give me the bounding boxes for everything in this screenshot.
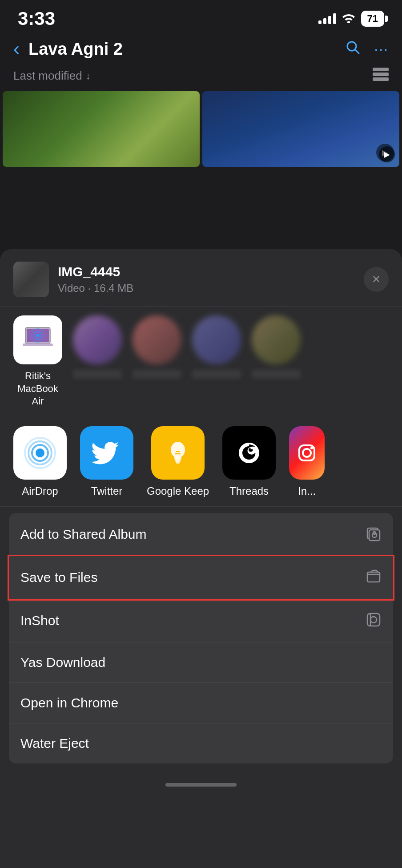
svg-rect-17	[174, 457, 181, 460]
sort-bar: Last modified ↓	[0, 64, 402, 91]
search-button[interactable]	[345, 39, 361, 59]
app-label-airdrop: AirDrop	[22, 485, 58, 497]
app-item-instagram[interactable]: In...	[289, 426, 325, 497]
app-label-keep: Google Keep	[147, 485, 209, 497]
file-meta: Video · 16.4 MB	[58, 282, 364, 295]
battery-indicator: 71	[361, 11, 384, 27]
more-button[interactable]: ···	[374, 41, 389, 57]
svg-point-31	[370, 617, 377, 623]
action-label-shared-album: Add to Shared Album	[20, 527, 147, 542]
app-item-airdrop[interactable]: AirDrop	[13, 426, 67, 497]
app-icon-twitter	[80, 426, 133, 480]
photo-item[interactable]	[3, 91, 200, 167]
action-list: Add to Shared Album Save to Files	[9, 507, 393, 770]
app-label-twitter: Twitter	[91, 485, 123, 497]
photo-grid: ▶	[0, 91, 402, 171]
action-inshot[interactable]: InShot	[9, 599, 393, 642]
status-time: 3:33	[18, 8, 55, 29]
close-button[interactable]: ✕	[364, 267, 389, 292]
status-icons: 71	[318, 11, 384, 27]
app-label-instagram: In...	[298, 485, 316, 497]
action-yas-download[interactable]: Yas Download	[9, 642, 393, 683]
svg-rect-8	[23, 343, 53, 346]
app-icon-threads	[222, 426, 276, 480]
svg-rect-19	[176, 462, 180, 464]
action-label-chrome: Open in Chrome	[20, 695, 118, 711]
macbook-avatar	[13, 315, 62, 364]
action-water-eject[interactable]: Water Eject	[9, 723, 393, 763]
svg-point-0	[347, 21, 350, 23]
contact-item-macbook[interactable]: Ritik'sMacBook Air	[13, 315, 62, 408]
blurred-avatar-2	[133, 315, 181, 364]
inshot-icon	[366, 612, 382, 630]
shared-album-icon	[366, 525, 382, 543]
svg-rect-18	[175, 460, 181, 462]
file-thumbnail	[13, 262, 49, 297]
app-item-google-keep[interactable]: Google Keep	[147, 426, 209, 497]
action-label-save-files: Save to Files	[20, 570, 97, 585]
signal-icon	[318, 13, 336, 24]
contact-item-2[interactable]	[133, 315, 181, 408]
app-icon-keep	[151, 426, 205, 480]
blurred-avatar-1	[73, 315, 122, 364]
svg-point-23	[303, 449, 311, 457]
svg-rect-3	[373, 68, 389, 71]
nav-bar: ‹ Lava Agni 2 ···	[0, 34, 402, 64]
app-item-threads[interactable]: Threads	[222, 426, 276, 497]
contact-item-1[interactable]	[73, 315, 122, 408]
app-icon-instagram	[289, 426, 325, 480]
back-button[interactable]: ‹	[13, 38, 20, 60]
file-name: IMG_4445	[58, 264, 364, 279]
action-label-water-eject: Water Eject	[20, 736, 89, 751]
svg-rect-29	[367, 572, 380, 582]
svg-line-2	[355, 49, 359, 53]
wifi-icon	[342, 12, 356, 26]
action-label-yas-download: Yas Download	[20, 655, 105, 670]
bottom-handle	[0, 779, 402, 791]
sort-control[interactable]: Last modified ↓	[13, 69, 91, 83]
contact-item-3[interactable]	[192, 315, 241, 408]
action-save-to-files[interactable]: Save to Files	[9, 556, 393, 599]
home-indicator	[165, 783, 237, 787]
svg-point-16	[171, 442, 185, 458]
list-view-toggle[interactable]	[373, 68, 389, 84]
share-sheet: IMG_4445 Video · 16.4 MB ✕	[0, 249, 402, 868]
contact-label-macbook: Ritik'sMacBook Air	[13, 370, 62, 408]
sort-direction-icon: ↓	[86, 70, 91, 82]
svg-point-24	[310, 447, 313, 449]
app-item-twitter[interactable]: Twitter	[80, 426, 133, 497]
action-add-shared-album[interactable]: Add to Shared Album	[9, 513, 393, 556]
svg-rect-5	[373, 77, 389, 81]
svg-point-9	[36, 334, 40, 337]
svg-rect-30	[367, 614, 380, 626]
file-info: IMG_4445 Video · 16.4 MB	[58, 264, 364, 295]
sort-label: Last modified	[13, 69, 82, 83]
app-label-threads: Threads	[229, 485, 269, 497]
page-title: Lava Agni 2	[28, 40, 336, 59]
app-icon-airdrop	[13, 426, 67, 480]
blurred-avatar-3	[192, 315, 241, 364]
action-label-inshot: InShot	[20, 613, 59, 628]
svg-rect-4	[373, 73, 389, 76]
blurred-avatar-4	[252, 315, 301, 364]
contact-row: Ritik'sMacBook Air	[0, 307, 402, 417]
contact-item-4[interactable]	[252, 315, 301, 408]
files-icon	[366, 569, 382, 586]
svg-point-12	[36, 448, 44, 457]
app-row: AirDrop Twitter	[0, 417, 402, 507]
photo-item[interactable]: ▶	[202, 91, 399, 167]
status-bar: 3:33 71	[0, 0, 402, 34]
action-open-chrome[interactable]: Open in Chrome	[9, 683, 393, 723]
file-header: IMG_4445 Video · 16.4 MB ✕	[0, 249, 402, 307]
